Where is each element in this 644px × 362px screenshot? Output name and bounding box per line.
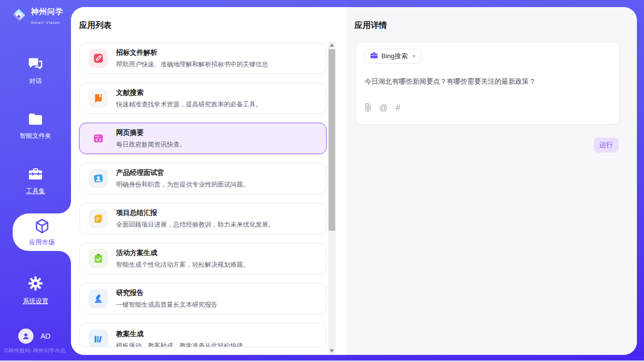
scrollbar-thumb[interactable] bbox=[329, 49, 335, 231]
sidebar-item-label: 系统设置 bbox=[0, 297, 71, 306]
scroll-down-button[interactable] bbox=[328, 347, 336, 354]
app-card-web-summary[interactable]: 网页摘要 每日政府新闻资讯快查。 bbox=[79, 123, 327, 154]
clipboard-check-icon bbox=[89, 249, 108, 268]
app-card-title: 项目总结汇报 bbox=[116, 208, 275, 218]
tag-close-icon[interactable]: × bbox=[412, 53, 416, 60]
app-detail-title: 应用详情 bbox=[354, 20, 387, 31]
sidebar-footer-copyright: ©神州数码·神州问学出品 bbox=[4, 347, 71, 354]
interviewer-icon bbox=[89, 169, 108, 188]
app-card-desc: 模板驱动，教案秒成，教学准备从此轻松快捷 bbox=[116, 342, 243, 347]
sidebar-item-label: 对话 bbox=[0, 77, 71, 86]
app-card-pm-interviewer[interactable]: 产品经理面试官 明确身份和职责，为您提供专业性的面试问题。 bbox=[79, 163, 327, 194]
app-card-research-report[interactable]: 研究报告 一键智能生成高质量长文本研究报告 bbox=[79, 283, 327, 314]
sidebar-item-label: 应用市场 bbox=[29, 238, 55, 247]
brand-tagline: Smart Vision bbox=[31, 20, 60, 25]
list-scrollbar[interactable] bbox=[328, 42, 336, 354]
app-card-title: 招标文件解析 bbox=[116, 48, 268, 57]
run-button[interactable]: 运行 bbox=[594, 137, 619, 153]
app-list-title: 应用列表 bbox=[79, 20, 112, 31]
app-card-event-plan[interactable]: 活动方案生成 智能生成个性化活动方案，轻松解决规划难题。 bbox=[79, 243, 327, 274]
browser-code-icon bbox=[89, 129, 108, 148]
brand-name: 神州问学 bbox=[31, 7, 63, 16]
microscope-icon bbox=[89, 289, 108, 308]
app-card-desc: 帮助用户快速、准确地理解和解析招标书中的关键信息 bbox=[116, 60, 268, 69]
app-card-lesson-plan[interactable]: 教案生成 模板驱动，教案秒成，教学准备从此轻松快捷 bbox=[79, 323, 327, 347]
app-card-desc: 明确身份和职责，为您提供专业性的面试问题。 bbox=[116, 180, 249, 189]
app-card-desc: 智能生成个性化活动方案，轻松解决规划难题。 bbox=[116, 261, 249, 269]
app-card-title: 产品经理面试官 bbox=[116, 168, 249, 177]
mention-icon[interactable]: @ bbox=[379, 104, 387, 112]
app-card-title: 教案生成 bbox=[116, 330, 243, 339]
gear-icon bbox=[28, 284, 43, 293]
app-card-project-summary[interactable]: 项目总结汇报 全面回顾项目进展，总结经验教训，助力未来优化发展。 bbox=[79, 203, 327, 234]
hashtag-icon[interactable]: # bbox=[396, 104, 400, 112]
documents-icon bbox=[89, 209, 108, 228]
app-card-title: 研究报告 bbox=[116, 288, 218, 298]
query-input-text[interactable]: 今日湖北有哪些新闻要点？有哪些需要关注的最新政策？ bbox=[365, 77, 610, 87]
books-icon bbox=[89, 330, 108, 347]
paperclip-icon[interactable] bbox=[365, 103, 371, 113]
sidebar-item-label: 智能文件夹 bbox=[0, 132, 71, 140]
sidebar-item-settings[interactable]: 系统设置 bbox=[0, 276, 71, 306]
cube-icon bbox=[34, 218, 50, 236]
brand-diamond-icon bbox=[10, 7, 27, 26]
sidebar: 神州问学 Smart Vision 对话 智能文件夹 bbox=[0, 0, 71, 362]
sidebar-item-smart-folder[interactable]: 智能文件夹 bbox=[0, 113, 71, 140]
app-card-title: 活动方案生成 bbox=[116, 248, 249, 258]
app-card-title: 文献搜索 bbox=[116, 88, 262, 97]
user-initials: AD bbox=[41, 332, 50, 340]
user-account[interactable]: AD bbox=[18, 329, 50, 344]
app-card-desc: 每日政府新闻资讯快查。 bbox=[116, 140, 186, 149]
app-card-desc: 全面回顾项目进展，总结经验教训，助力未来优化发展。 bbox=[116, 221, 275, 229]
app-detail-panel: 应用详情 Bing搜索 × 今日湖北有哪些新闻要点？有哪些需要关注的最新政策？ bbox=[346, 7, 637, 355]
sidebar-item-label: 工具集 bbox=[0, 187, 71, 196]
app-card-desc: 快速精准查找学术资源，提高研究效率的必备工具。 bbox=[116, 100, 262, 109]
app-list-panel: 应用列表 招标文件解析 帮助用户快速、准确地理解和解析招标书中的关键信息 bbox=[71, 7, 346, 355]
folder-icon bbox=[28, 119, 43, 127]
app-card-title: 网页摘要 bbox=[116, 128, 186, 137]
brand-logo: 神州问学 Smart Vision bbox=[10, 7, 71, 26]
app-card-literature-search[interactable]: 文献搜索 快速精准查找学术资源，提高研究效率的必备工具。 bbox=[79, 83, 327, 114]
tool-tag-label: Bing搜索 bbox=[381, 52, 408, 61]
tender-edit-icon bbox=[89, 49, 108, 68]
scroll-up-button[interactable] bbox=[328, 42, 336, 49]
query-card[interactable]: Bing搜索 × 今日湖北有哪些新闻要点？有哪些需要关注的最新政策？ @ # bbox=[355, 42, 620, 125]
app-card-tender-parse[interactable]: 招标文件解析 帮助用户快速、准确地理解和解析招标书中的关键信息 bbox=[79, 43, 327, 74]
app-card-desc: 一键智能生成高质量长文本研究报告 bbox=[116, 301, 218, 309]
main-content: 应用列表 招标文件解析 帮助用户快速、准确地理解和解析招标书中的关键信息 bbox=[71, 7, 637, 355]
sidebar-item-app-market[interactable]: 应用市场 bbox=[13, 213, 71, 251]
composer-toolbar: @ # bbox=[365, 103, 400, 113]
avatar bbox=[18, 329, 33, 344]
tool-tag-bing-search[interactable]: Bing搜索 × bbox=[365, 49, 421, 64]
toolbox-icon bbox=[28, 174, 43, 183]
sidebar-item-chat[interactable]: 对话 bbox=[0, 57, 71, 86]
chat-icon bbox=[28, 64, 43, 73]
sidebar-item-toolset[interactable]: 工具集 bbox=[0, 167, 71, 196]
briefcase-icon bbox=[370, 52, 378, 61]
book-icon bbox=[89, 89, 108, 108]
app-card-list: 招标文件解析 帮助用户快速、准确地理解和解析招标书中的关键信息 文献搜索 快速精… bbox=[79, 43, 327, 355]
